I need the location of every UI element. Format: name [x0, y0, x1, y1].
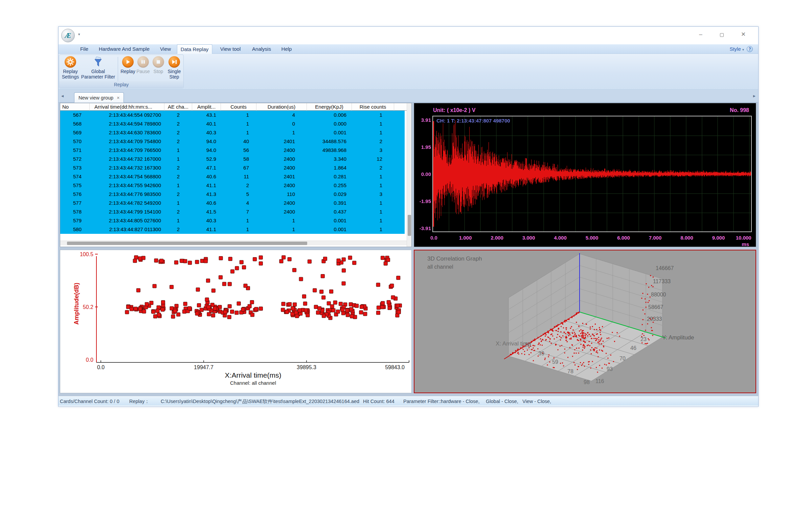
scatter-point	[390, 284, 394, 288]
scatter3d-point	[576, 322, 577, 323]
single-step-button[interactable]: SingleStep	[163, 56, 185, 80]
scatter3d-point	[518, 354, 519, 355]
column-header-0[interactable]: No	[60, 103, 90, 111]
correlation-3d-plot[interactable]: 3D Correlation Graphall channelX: Arriva…	[414, 250, 755, 393]
restore-button[interactable]	[716, 30, 727, 39]
global-parameter-filter-button[interactable]: GlobalParameter Filter	[78, 56, 118, 80]
scatter-point	[136, 288, 140, 292]
table-row[interactable]: 5752:13:43:44:755 942600141.1224000.2551	[60, 181, 405, 190]
scatter3d-point	[583, 332, 584, 333]
menu-tab-hardware-and-sample[interactable]: Hardware And Sample	[95, 44, 153, 54]
scatter3d-point	[588, 364, 589, 365]
scatter3d-point	[599, 329, 600, 330]
scatter3d-point	[587, 332, 588, 333]
table-row[interactable]: 5682:13:43:44:594 789800240.1100.0001	[60, 119, 405, 128]
menu-tab-analysis[interactable]: Analysis	[249, 44, 274, 54]
waveform-channel-label: CH: 1 T: 2:13:43:47:807 498700	[436, 118, 510, 124]
scatter3d-point	[587, 335, 588, 336]
table-hscroll-thumb[interactable]	[67, 242, 307, 245]
view-tab-new-view-group[interactable]: New view group ×	[74, 92, 124, 103]
scatter3d-point	[584, 342, 585, 343]
table-cell: 2401	[256, 172, 307, 181]
table-horizontal-scrollbar[interactable]	[60, 241, 407, 245]
graph3d-z-tick: 88000	[651, 292, 666, 297]
table-row[interactable]: 5672:13:43:44:554 092700243.1140.0061	[60, 111, 405, 119]
scatter3d-point	[590, 327, 591, 328]
menu-tab-view-tool[interactable]: View tool	[217, 44, 244, 54]
view-tab-close-icon[interactable]: ×	[117, 95, 119, 101]
close-button[interactable]: ✕	[738, 30, 749, 39]
scatter3d-point	[599, 327, 600, 328]
table-cell: 2	[164, 225, 192, 234]
table-cell: 12	[352, 155, 394, 163]
single-step-label: SingleStep	[168, 69, 181, 80]
scatter-point	[303, 302, 307, 306]
waveform-plot-frame[interactable]: CH: 1 T: 2:13:43:47:807 498700	[432, 116, 752, 232]
scatter3d-point	[563, 365, 564, 366]
style-menu[interactable]: Style ▾	[729, 44, 744, 54]
scatter-point	[200, 259, 204, 263]
scatter-point	[295, 314, 299, 318]
scatter3d-point	[572, 356, 573, 357]
scatter3d-point	[593, 338, 594, 339]
menu-tab-help[interactable]: Help	[278, 44, 295, 54]
scatter-point	[211, 289, 215, 292]
app-logo[interactable]: Æ	[61, 29, 75, 42]
table-row[interactable]: 5792:13:43:44:805 027600140.3110.0011	[60, 216, 405, 225]
minimize-button[interactable]: –	[695, 30, 706, 39]
table-row[interactable]: 5802:13:43:44:827 011300241.1110.0011	[60, 225, 405, 234]
waveform-canvas[interactable]	[433, 116, 751, 231]
waveform-y-tick: -3.91	[415, 225, 431, 231]
table-row[interactable]: 5702:13:43:44:709 754800294.040240134488…	[60, 137, 405, 146]
column-header-4[interactable]: Counts	[221, 103, 256, 111]
graph3d-x-tick: 98	[584, 379, 590, 385]
tab-scroll-left-icon[interactable]: ◂	[61, 93, 64, 98]
menu-tab-view[interactable]: View	[157, 44, 174, 54]
scatter-point	[397, 276, 400, 280]
menu-tab-data-replay[interactable]: Data Replay	[177, 44, 212, 54]
table-vscroll-thumb[interactable]	[408, 215, 411, 236]
table-cell: 40.6	[192, 172, 221, 181]
scatter3d-point	[597, 356, 599, 357]
scatter-point	[205, 298, 209, 302]
column-header-1[interactable]: Arrival time(dd:hh:mm:s...	[90, 103, 164, 111]
table-row[interactable]: 5712:13:43:44:709 766500194.056240049838…	[60, 146, 405, 155]
scatter3d-point	[613, 361, 614, 362]
table-cell: 47.1	[192, 163, 221, 172]
column-header-6[interactable]: Energy(KpJ)	[307, 103, 352, 111]
menu-tab-file[interactable]: File	[77, 44, 92, 54]
table-vertical-scrollbar[interactable]	[407, 103, 411, 247]
scatter3d-point	[579, 348, 580, 349]
tab-scroll-right-icon[interactable]: ▸	[753, 93, 755, 98]
table-row[interactable]: 5782:13:43:44:799 154100241.5724000.4371	[60, 207, 405, 216]
table-cell: 52.9	[192, 155, 221, 163]
column-header-5[interactable]: Duration(us)	[256, 103, 307, 111]
column-header-7[interactable]: Rise counts	[352, 103, 394, 111]
scatter3d-point	[568, 319, 569, 320]
table-cell: 49838.968	[307, 146, 352, 155]
quick-access-caret-icon[interactable]: ▾	[78, 32, 80, 37]
table-row[interactable]: 5692:13:43:44:630 783600240.3110.0011	[60, 128, 405, 137]
scatter3d-point	[563, 332, 564, 333]
table-row[interactable]: 5762:13:43:44:776 983500241.351100.0293	[60, 190, 405, 199]
table-cell: 1	[221, 225, 256, 234]
table-cell: 1	[352, 119, 394, 128]
scatter-y-tick: 0.0	[70, 357, 93, 363]
scatter3d-point	[649, 300, 650, 301]
table-row[interactable]: 5722:13:43:44:732 167000152.95824003.340…	[60, 155, 405, 163]
table-row[interactable]: 5772:13:43:44:782 549200140.6424000.3911	[60, 199, 405, 207]
help-icon[interactable]: ?	[747, 46, 753, 52]
scatter-point	[228, 282, 231, 286]
scatter-point	[279, 260, 283, 263]
scatter-point	[384, 262, 387, 265]
scatter3d-point	[645, 313, 646, 314]
scatter3d-point	[534, 350, 535, 351]
column-header-3[interactable]: Amplit...	[192, 103, 221, 111]
correlation-3d-panel[interactable]: 3D Correlation Graphall channelX: Arriva…	[414, 250, 756, 393]
scatter-point	[381, 301, 385, 305]
column-header-2[interactable]: AE cha...	[164, 103, 192, 111]
scatter-point	[177, 313, 180, 316]
table-cell: 2:13:43:44:799 154100	[90, 207, 164, 216]
table-row[interactable]: 5742:13:43:44:754 568800240.61124010.281…	[60, 172, 405, 181]
table-row[interactable]: 5732:13:43:44:732 167300247.16724001.864…	[60, 163, 405, 172]
